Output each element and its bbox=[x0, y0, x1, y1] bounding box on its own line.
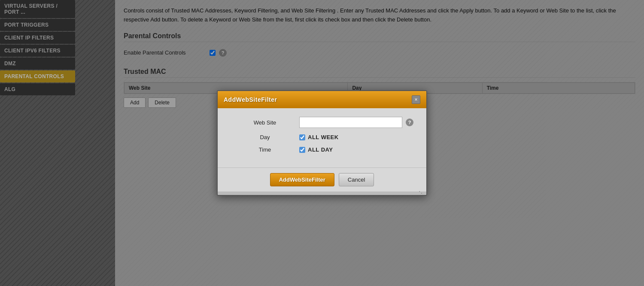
all-week-label: ALL WEEK bbox=[308, 134, 339, 140]
cancel-button[interactable]: Cancel bbox=[339, 173, 374, 186]
all-week-checkbox[interactable] bbox=[299, 134, 305, 140]
time-label: Time bbox=[231, 146, 299, 153]
day-row: Day ALL WEEK bbox=[231, 134, 413, 140]
time-checkbox-row: ALL DAY bbox=[299, 146, 413, 153]
all-day-checkbox[interactable] bbox=[299, 147, 305, 153]
modal-body: Web Site ? Day ALL WEEK Time ALL DAY bbox=[218, 108, 426, 167]
add-website-filter-button[interactable]: AddWebSiteFilter bbox=[270, 173, 334, 186]
modal-footer: AddWebSiteFilter Cancel bbox=[218, 167, 426, 192]
all-day-label: ALL DAY bbox=[308, 146, 333, 153]
add-website-filter-modal: AddWebSiteFilter × Web Site ? Day ALL WE… bbox=[217, 90, 427, 196]
web-site-help-icon[interactable]: ? bbox=[406, 119, 413, 126]
day-label: Day bbox=[231, 134, 299, 140]
resize-handle[interactable] bbox=[218, 192, 426, 195]
modal-close-button[interactable]: × bbox=[412, 95, 420, 104]
modal-title: AddWebSiteFilter bbox=[224, 96, 277, 103]
day-checkbox-row: ALL WEEK bbox=[299, 134, 413, 140]
web-site-label: Web Site bbox=[231, 119, 299, 126]
web-site-input[interactable] bbox=[299, 117, 402, 128]
modal-header: AddWebSiteFilter × bbox=[218, 91, 426, 108]
modal-overlay: AddWebSiteFilter × Web Site ? Day ALL WE… bbox=[0, 0, 644, 286]
time-row: Time ALL DAY bbox=[231, 146, 413, 153]
web-site-row: Web Site ? bbox=[231, 117, 413, 128]
